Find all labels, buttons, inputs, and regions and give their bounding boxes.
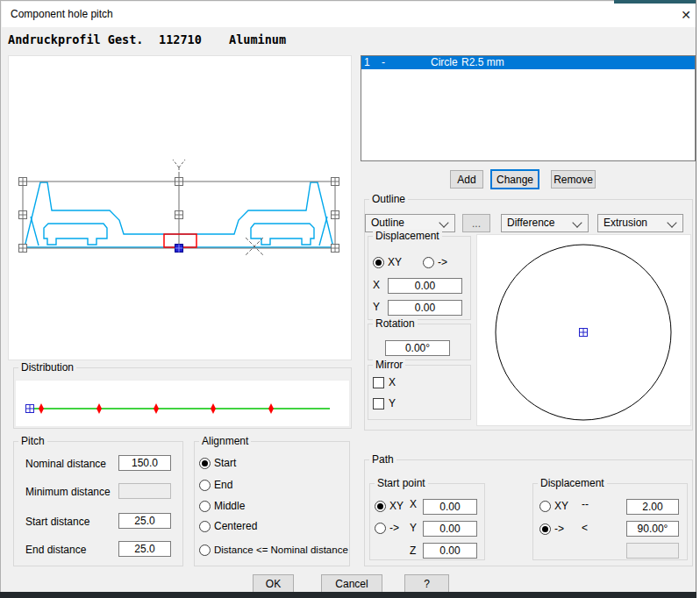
distance-symbol-label: -- — [582, 498, 589, 510]
alignment-end-label: End — [214, 479, 232, 491]
close-icon[interactable]: ✕ — [675, 5, 696, 25]
help-button[interactable]: ? — [404, 574, 449, 593]
title-bar: Component hole pitch ✕ — [2, 2, 696, 27]
start-point-vector-radio[interactable] — [375, 523, 386, 534]
distribution-label: Distribution — [18, 361, 76, 374]
rotation-label: Rotation — [373, 317, 418, 331]
start-point-xy-radio[interactable] — [375, 501, 386, 512]
ok-button[interactable]: OK — [253, 574, 294, 593]
profile-tslot-left — [44, 224, 107, 245]
chevron-down-icon — [439, 217, 448, 227]
alignment-distance-radio[interactable] — [199, 545, 211, 556]
component-number: 112710 — [159, 32, 202, 46]
profile-preview-panel[interactable] — [8, 55, 352, 360]
nominal-distance-field[interactable] — [118, 455, 171, 471]
alignment-label: Alignment — [199, 435, 251, 448]
hole-preview-panel[interactable] — [476, 234, 691, 426]
start-y-label: Y — [410, 522, 417, 534]
displacement-xy-label: XY — [388, 256, 402, 268]
list-item-size: R2.5 mm — [461, 56, 504, 69]
start-y-field[interactable] — [423, 521, 477, 537]
mode-select[interactable]: Extrusion — [597, 214, 683, 232]
path-displacement-xy-label: XY — [554, 500, 568, 512]
start-x-label: X — [410, 498, 417, 510]
alignment-centered-radio[interactable] — [199, 521, 211, 532]
profile-tslot-right — [251, 224, 314, 245]
remove-button[interactable]: Remove — [551, 170, 596, 189]
end-distance-label: End distance — [25, 544, 86, 556]
minimum-distance-label: Minimum distance — [25, 486, 111, 498]
outline-group-label: Outline — [369, 193, 408, 206]
start-distance-field[interactable] — [118, 513, 171, 529]
alignment-middle-label: Middle — [214, 500, 245, 512]
start-grip-icon — [26, 405, 34, 413]
start-point-xy-label: XY — [389, 500, 404, 512]
background-right-edge — [696, 0, 700, 598]
end-distance-field[interactable] — [118, 541, 171, 557]
path-angle-field[interactable] — [626, 521, 679, 537]
browse-button[interactable]: ... — [462, 214, 490, 232]
alignment-end-radio[interactable] — [199, 480, 211, 491]
chevron-down-icon — [667, 217, 676, 227]
path-displacement-xy-radio[interactable] — [539, 501, 551, 512]
chevron-down-icon — [572, 217, 582, 227]
path-displacement-vector-radio[interactable] — [539, 523, 551, 535]
path-distance-field[interactable] — [626, 499, 679, 515]
displacement-label: Displacement — [373, 230, 442, 243]
start-point-label: Start point — [375, 477, 428, 490]
path-label: Path — [369, 453, 396, 466]
alignment-start-radio[interactable] — [199, 458, 211, 469]
hole-drawing — [477, 235, 690, 425]
mirror-y-label: Y — [389, 397, 396, 409]
change-button[interactable]: Change — [490, 169, 539, 189]
alignment-centered-label: Centered — [214, 520, 257, 532]
displacement-vector-radio[interactable] — [423, 257, 434, 268]
displacement-x-field[interactable] — [388, 278, 462, 294]
operation-select[interactable]: Difference — [501, 214, 589, 232]
start-z-label: Z — [410, 545, 416, 557]
y-label: Y — [373, 301, 380, 313]
mirror-x-checkbox[interactable] — [373, 377, 384, 388]
alignment-distance-label: Distance <= Nominal distance — [214, 545, 348, 555]
start-point-vector-label: -> — [389, 522, 399, 534]
nominal-distance-label: Nominal distance — [25, 458, 106, 470]
component-material: Aluminum — [229, 32, 286, 46]
list-item-index: 1 — [361, 56, 382, 69]
add-button[interactable]: Add — [450, 170, 483, 189]
angle-symbol-label: < — [582, 522, 588, 534]
mode-value: Extrusion — [604, 217, 647, 229]
start-x-field[interactable] — [423, 499, 477, 515]
background-window-bottom-edge — [0, 592, 696, 598]
mirror-group: Mirror — [368, 365, 471, 420]
background-window-top-edge — [614, 0, 696, 4]
screen: Component hole pitch ✕ Andruckprofil Ges… — [0, 0, 700, 598]
minimum-distance-field — [118, 483, 171, 499]
component-hole-pitch-dialog: Component hole pitch ✕ Andruckprofil Ges… — [0, 0, 696, 593]
distribution-preview-panel[interactable] — [15, 380, 350, 427]
start-z-field[interactable] — [423, 543, 477, 559]
displacement-y-field[interactable] — [388, 300, 462, 316]
displacement-vector-label: -> — [438, 256, 447, 268]
outline-type-value: Outline — [371, 217, 404, 229]
rotation-field[interactable] — [385, 340, 450, 356]
y-axis-icon — [173, 160, 185, 174]
start-distance-label: Start distance — [25, 516, 89, 528]
mirror-x-label: X — [389, 376, 396, 388]
pitch-label: Pitch — [18, 435, 47, 448]
dialog-title: Component hole pitch — [11, 8, 113, 20]
displacement-xy-radio[interactable] — [373, 257, 384, 268]
cancel-button[interactable]: Cancel — [321, 574, 382, 593]
alignment-middle-radio[interactable] — [199, 501, 211, 512]
mirror-y-checkbox[interactable] — [373, 398, 384, 409]
path-extra-field — [626, 543, 679, 559]
path-displacement-label: Displacement — [538, 477, 607, 490]
mirror-label: Mirror — [373, 359, 405, 372]
path-displacement-vector-label: -> — [554, 523, 564, 535]
active-grip-handle[interactable] — [175, 245, 183, 253]
list-item[interactable]: 1 - Circle R2.5 mm — [361, 56, 695, 69]
hole-list[interactable]: 1 - Circle R2.5 mm — [361, 55, 696, 161]
distribution-drawing — [16, 381, 349, 426]
alignment-start-label: Start — [214, 457, 236, 469]
component-name: Andruckprofil Gest. — [8, 32, 143, 46]
operation-value: Difference — [507, 217, 554, 229]
